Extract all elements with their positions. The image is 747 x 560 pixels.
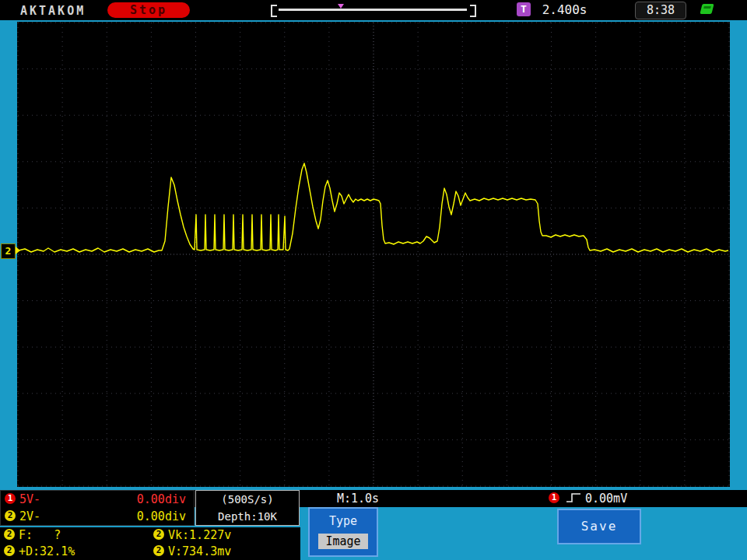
trigger-source-badge: 1: [549, 492, 559, 503]
memory-depth: Depth:10K: [196, 508, 299, 525]
measurement-voltage: 2V:734.3mv: [149, 544, 299, 560]
type-button-value[interactable]: Image: [318, 534, 367, 549]
measurement-readouts: 2F: ? 2Vk:1.227v 2+D:32.1% 2V:734.3mv: [0, 527, 300, 560]
clock: 8:38: [635, 2, 686, 19]
trigger-position-marker-icon: [338, 4, 344, 9]
top-status-bar: AKTAKOM Stop T 2.400s 8:38: [0, 0, 747, 20]
waveform-display: [17, 22, 730, 487]
meas-value: 734.3mv: [182, 544, 231, 558]
meas-value: ?: [33, 528, 61, 542]
timebase-readout: M:1.0s: [300, 490, 416, 507]
measurement-vk: 2Vk:1.227v: [149, 527, 299, 544]
run-stop-button[interactable]: Stop: [107, 2, 190, 18]
left-bracket-icon: [271, 5, 277, 17]
brand-logo: AKTAKOM: [20, 4, 86, 18]
rising-edge-icon: [565, 492, 582, 504]
meas-value: 32.1%: [40, 544, 75, 558]
meas-badge: 2: [4, 529, 15, 540]
hpos-bar: [279, 9, 467, 11]
channel1-badge: 1: [5, 493, 16, 504]
usb-storage-icon: [700, 4, 714, 14]
channel-readouts: 15V- 0.00div 22V- 0.00div: [0, 490, 195, 526]
meas-label: V:: [168, 544, 182, 558]
trigger-readout: 10.00mV: [545, 490, 745, 507]
channel1-readout: 15V- 0.00div: [1, 491, 194, 508]
channel2-scale: 2V-: [19, 509, 40, 523]
save-button[interactable]: Save: [557, 509, 641, 544]
channel2-marker-arrow-icon: [16, 247, 20, 254]
meas-label: Vk:: [168, 528, 189, 542]
meas-badge: 2: [153, 545, 164, 556]
measurement-duty: 2+D:32.1%: [0, 544, 149, 560]
channel2-readout: 22V- 0.00div: [1, 508, 194, 525]
sample-rate: (500S/s): [196, 491, 299, 508]
trigger-level: 0.00mV: [585, 492, 627, 506]
acquisition-readout: (500S/s) Depth:10K: [195, 490, 300, 526]
meas-value: 1.227v: [189, 528, 231, 542]
right-bracket-icon: [470, 5, 476, 17]
measurement-frequency: 2F: ?: [0, 527, 149, 544]
channel1-scale: 5V-: [19, 492, 40, 506]
meas-badge: 2: [4, 545, 15, 556]
oscilloscope-screen: AKTAKOM Stop T 2.400s 8:38 2 15V- 0.00di…: [0, 0, 747, 560]
channel2-badge: 2: [5, 510, 16, 521]
channel2-position: 0.00div: [137, 508, 186, 525]
channel1-position: 0.00div: [137, 491, 186, 508]
meas-label: +D:: [19, 544, 40, 558]
horizontal-position-indicator: [271, 2, 476, 18]
waveform-display-area: [17, 22, 730, 487]
channel2-position-marker: 2: [1, 243, 16, 259]
trigger-time-readout: T 2.400s: [517, 2, 587, 18]
type-button-label: Type: [310, 514, 377, 528]
trigger-t-icon: T: [517, 2, 531, 16]
trigger-time-value: 2.400s: [542, 2, 587, 17]
meas-label: F:: [19, 528, 33, 542]
meas-badge: 2: [153, 529, 164, 540]
type-button[interactable]: Type Image: [308, 507, 378, 557]
